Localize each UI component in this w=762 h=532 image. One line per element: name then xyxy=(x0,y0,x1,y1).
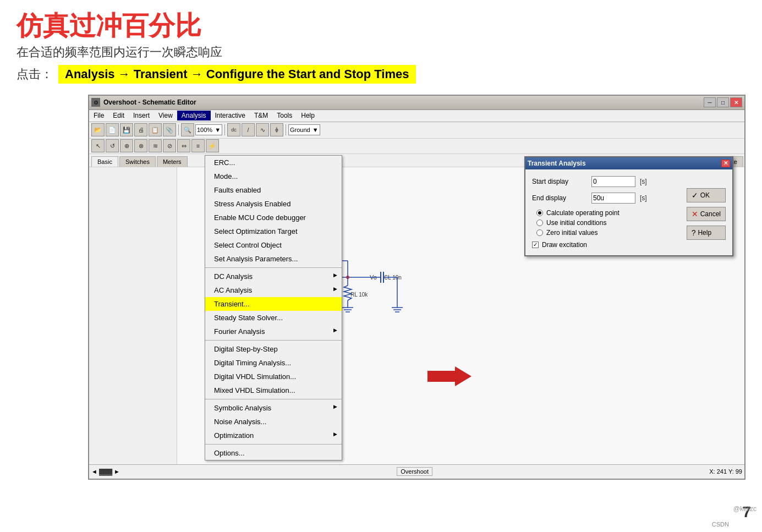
menu-transient[interactable]: Transient... xyxy=(205,297,342,311)
menu-mixed-vhdl[interactable]: Mixed VHDL Simulation... xyxy=(205,383,342,397)
titlebar-buttons[interactable]: ─ □ ✕ xyxy=(704,97,742,107)
start-display-unit: [s] xyxy=(640,178,647,185)
toolbar-new-btn[interactable]: 📄 xyxy=(106,123,119,136)
help-label: Help xyxy=(698,229,711,237)
tb2-comp-btn[interactable]: ⊗ xyxy=(134,139,147,152)
toolbar-zoom-icon[interactable]: 🔍 xyxy=(181,123,194,136)
menu-digital-timing[interactable]: Digital Timing Analysis... xyxy=(205,356,342,370)
ground-dropdown[interactable]: Ground ▼ xyxy=(288,124,320,135)
menu-stress-analysis[interactable]: Stress Analysis Enabled xyxy=(205,197,342,211)
end-display-unit: [s] xyxy=(640,194,647,202)
toolbar-slash-btn[interactable]: / xyxy=(242,123,255,136)
tb2-bus-btn[interactable]: ⊘ xyxy=(163,139,176,152)
menu-options[interactable]: Options... xyxy=(205,446,342,460)
dialog-body: Start display 0 [s] End display 50u [s] xyxy=(525,169,732,255)
bottom-tabs: Overshoot xyxy=(397,467,432,476)
start-display-label: Start display xyxy=(532,178,587,185)
toolbar-copy-btn[interactable]: 📋 xyxy=(149,123,162,136)
subtitle-chinese: 在合适的频率范围内运行一次瞬态响应 xyxy=(17,44,745,61)
menu-select-control[interactable]: Select Control Object xyxy=(205,238,342,252)
window-titlebar: ⚙ Overshoot - Schematic Editor ─ □ ✕ xyxy=(89,96,744,110)
menu-help[interactable]: Help xyxy=(297,111,319,120)
menu-symbolic[interactable]: Symbolic Analysis xyxy=(205,401,342,415)
help-icon: ? xyxy=(692,228,696,237)
help-button[interactable]: ? Help xyxy=(687,226,726,240)
tab-basic[interactable]: Basic xyxy=(91,156,118,167)
toolbar-sine-btn[interactable]: ∿ xyxy=(256,123,269,136)
zoom-dropdown[interactable]: 100% ▼ xyxy=(195,124,222,135)
menu-sep-1 xyxy=(205,267,342,268)
end-display-input[interactable]: 50u xyxy=(591,193,635,204)
toolbar-2: ↖ ↺ ⊕ ⊗ ≋ ⊘ ⇔ ≡ ⚡ xyxy=(89,139,744,154)
ok-label: OK xyxy=(700,191,710,199)
toolbar-sep-3 xyxy=(286,124,286,135)
toolbar-print-btn[interactable]: 🖨 xyxy=(134,123,147,136)
dialog-titlebar: Transient Analysis ✕ xyxy=(525,157,732,169)
menu-ac-analysis[interactable]: AC Analysis xyxy=(205,283,342,297)
toolbar-1: 📂 📄 💾 🖨 📋 📎 🔍 100% ▼ dc / ∿ ɸ Ground ▼ xyxy=(89,122,744,139)
start-display-input[interactable]: 0 xyxy=(591,176,635,187)
toolbar-save-btn[interactable]: 💾 xyxy=(120,123,133,136)
menu-digital-vhdl[interactable]: Digital VHDL Simulation... xyxy=(205,370,342,383)
instruction-row: 点击： Analysis → Transient → Configure the… xyxy=(17,65,745,84)
app-icon: ⚙ xyxy=(91,98,100,107)
menu-sep-4 xyxy=(205,444,342,445)
tab-meters[interactable]: Meters xyxy=(157,156,188,167)
menu-set-analysis-params[interactable]: Set Analysis Parameters... xyxy=(205,252,342,266)
tb2-wire-btn[interactable]: ⊕ xyxy=(120,139,133,152)
transient-dialog: Transient Analysis ✕ Start display 0 [s]… xyxy=(524,156,733,256)
tb2-arrow-btn[interactable]: ↖ xyxy=(91,139,105,152)
menu-view[interactable]: View xyxy=(154,111,177,120)
menu-file[interactable]: File xyxy=(89,111,108,120)
schematic-tab[interactable]: Overshoot xyxy=(397,467,432,476)
menu-steady-state[interactable]: Steady State Solver... xyxy=(205,311,342,325)
menu-tam[interactable]: T&M xyxy=(250,111,272,120)
start-display-row: Start display 0 [s] xyxy=(532,176,726,187)
tb2-text-btn[interactable]: ⇔ xyxy=(177,139,190,152)
tab-switches[interactable]: Switches xyxy=(119,156,156,167)
radio-zero-initial-circle[interactable] xyxy=(536,229,543,236)
menu-analysis[interactable]: Analysis xyxy=(177,111,211,120)
menu-mcu-debugger[interactable]: Enable MCU Code debugger xyxy=(205,211,342,224)
menu-erc[interactable]: ERC... xyxy=(205,156,342,169)
toolbar-paste-btn[interactable]: 📎 xyxy=(163,123,176,136)
draw-excitation-checkbox[interactable]: ✓ xyxy=(532,242,539,248)
menu-edit[interactable]: Edit xyxy=(108,111,129,120)
toolbar-dc-btn[interactable]: dc xyxy=(227,123,240,136)
cancel-label: Cancel xyxy=(700,210,721,218)
toolbar-sep-2 xyxy=(224,124,225,135)
menu-tools[interactable]: Tools xyxy=(272,111,297,120)
ground-label: Ground xyxy=(290,127,310,133)
tb2-node-btn[interactable]: ≋ xyxy=(149,139,162,152)
menu-mode[interactable]: Mode... xyxy=(205,169,342,183)
menu-fourier[interactable]: Fourier Analysis xyxy=(205,325,342,338)
tb2-more-btn[interactable]: ⚡ xyxy=(206,139,219,152)
minimize-button[interactable]: ─ xyxy=(704,97,716,107)
top-section: 仿真过冲百分比 在合适的频率范围内运行一次瞬态响应 点击： Analysis →… xyxy=(0,0,762,89)
menu-interactive[interactable]: Interactive xyxy=(211,111,250,120)
tb2-line-btn[interactable]: ≡ xyxy=(191,139,205,152)
tb2-rotate-btn[interactable]: ↺ xyxy=(106,139,119,152)
menu-dc-analysis[interactable]: DC Analysis xyxy=(205,270,342,283)
bottom-bar: ◄ ▓▓▓ ► Overshoot X: 241 Y: 99 xyxy=(89,464,744,479)
menu-optimization[interactable]: Optimization xyxy=(205,429,342,442)
menu-faults-enabled[interactable]: Faults enabled xyxy=(205,183,342,197)
menu-insert[interactable]: Insert xyxy=(129,111,154,120)
ground-arrow-icon: ▼ xyxy=(313,127,319,133)
close-button[interactable]: ✕ xyxy=(730,97,742,107)
dialog-close-button[interactable]: ✕ xyxy=(721,160,730,167)
restore-button[interactable]: □ xyxy=(717,97,729,107)
toolbar-pulse-btn[interactable]: ɸ xyxy=(270,123,283,136)
scroll-bar[interactable]: ◄ ▓▓▓ ► xyxy=(91,468,120,475)
menu-digital-step[interactable]: Digital Step-by-Step xyxy=(205,342,342,356)
menu-noise[interactable]: Noise Analysis... xyxy=(205,415,342,429)
radio-initial-cond-circle[interactable] xyxy=(536,220,543,226)
csdn-label: CSDN xyxy=(712,521,729,528)
ok-button[interactable]: ✓ OK xyxy=(687,188,726,202)
radio-initial-cond-label: Use initial conditions xyxy=(546,219,606,227)
screenshot-area: ⚙ Overshoot - Schematic Editor ─ □ ✕ Fil… xyxy=(88,95,745,480)
radio-calc-op-circle[interactable] xyxy=(536,210,543,216)
cancel-button[interactable]: ✕ Cancel xyxy=(687,207,726,221)
menu-select-optimization[interactable]: Select Optimization Target xyxy=(205,224,342,238)
toolbar-open-btn[interactable]: 📂 xyxy=(91,123,105,136)
